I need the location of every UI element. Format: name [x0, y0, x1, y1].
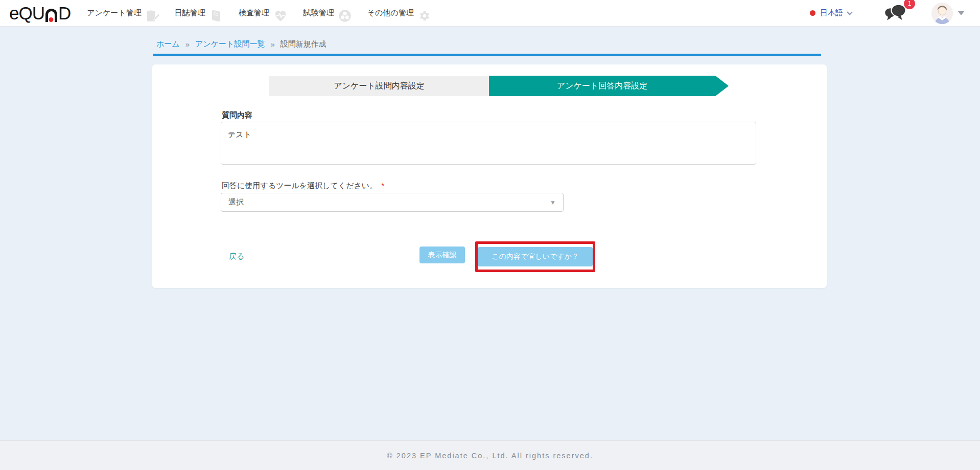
notification-badge: 1 [904, 0, 915, 9]
back-link[interactable]: 戻る [229, 252, 244, 261]
nav-item-survey-management[interactable]: アンケート管理 [87, 4, 159, 23]
language-selector[interactable]: 日本語 [810, 8, 852, 18]
breadcrumb-separator: » [270, 40, 274, 49]
breadcrumb-survey-question-list-link[interactable]: アンケート設問一覧 [195, 39, 265, 49]
content-card: アンケート設問内容設定 アンケート回答内容設定 質問内容 テスト 回答に使用する… [152, 64, 827, 288]
page-footer: © 2023 EP Mediate Co., Ltd. All rights r… [0, 440, 980, 470]
tab-answer-content-settings[interactable]: アンケート回答内容設定 [489, 76, 729, 96]
avatar [931, 3, 953, 24]
caret-down-icon [958, 11, 965, 15]
breadcrumb-underline [153, 54, 821, 56]
tool-select[interactable]: 選択 ▼ [221, 193, 564, 212]
nav-label: アンケート管理 [87, 8, 141, 18]
logo-text-pre: eQU [9, 5, 44, 22]
nav-label: 検査管理 [239, 8, 269, 18]
nav-label: その他の管理 [367, 8, 414, 18]
japan-flag-icon [810, 10, 815, 16]
required-asterisk: * [381, 181, 384, 190]
book-icon [209, 9, 223, 23]
breadcrumb-home-link[interactable]: ホーム [156, 39, 180, 49]
tab-question-content-settings[interactable]: アンケート設問内容設定 [269, 76, 489, 96]
tool-select-label: 回答に使用するツールを選択してください。 [222, 181, 377, 190]
select-caret-icon: ▼ [550, 199, 556, 206]
logo-text-post: D [58, 5, 71, 22]
breadcrumb-separator: » [185, 40, 190, 49]
user-menu[interactable] [931, 3, 965, 24]
header-right: 日本語 1 [810, 2, 980, 25]
trial-clover-icon [338, 9, 352, 23]
annotation-highlight-box: この内容で宜しいですか？ [475, 241, 595, 272]
app-header: eQUD アンケート管理 日誌管理 検査管理 試験管理 [0, 0, 980, 27]
copyright-text: © 2023 EP Mediate Co., Ltd. All rights r… [387, 452, 593, 460]
heart-pulse-icon [273, 9, 288, 23]
language-label: 日本語 [820, 8, 843, 18]
logo-red-dot-icon [49, 17, 54, 22]
question-content-label: 質問内容 [222, 110, 252, 120]
preview-button[interactable]: 表示確認 [419, 247, 465, 263]
clipboard-icon [145, 9, 159, 23]
nav-item-journal-management[interactable]: 日誌管理 [175, 4, 223, 23]
step-tabs: アンケート設問内容設定 アンケート回答内容設定 [269, 76, 729, 96]
nav-item-other-management[interactable]: その他の管理 [367, 4, 432, 23]
chat-bubbles-icon [883, 15, 909, 24]
main-nav: アンケート管理 日誌管理 検査管理 試験管理 その他の管理 [87, 4, 447, 23]
app-logo[interactable]: eQUD [9, 5, 71, 22]
logo-a-glyph [45, 9, 57, 22]
chevron-down-icon [847, 9, 852, 15]
notifications-button[interactable]: 1 [883, 2, 909, 25]
tool-select-label-row: 回答に使用するツールを選択してください。* [222, 181, 384, 191]
breadcrumb-current-page: 設問新規作成 [281, 39, 326, 49]
gear-icon [417, 9, 432, 23]
tool-select-value: 選択 [228, 197, 550, 207]
form-divider [217, 235, 762, 235]
nav-label: 試験管理 [304, 8, 334, 18]
nav-item-trial-management[interactable]: 試験管理 [304, 4, 352, 23]
breadcrumb: ホーム » アンケート設問一覧 » 設問新規作成 [156, 39, 326, 49]
confirm-button[interactable]: この内容で宜しいですか？ [478, 247, 593, 266]
question-content-textarea[interactable]: テスト [221, 122, 756, 165]
nav-label: 日誌管理 [175, 8, 205, 18]
nav-item-examination-management[interactable]: 検査管理 [239, 4, 288, 23]
